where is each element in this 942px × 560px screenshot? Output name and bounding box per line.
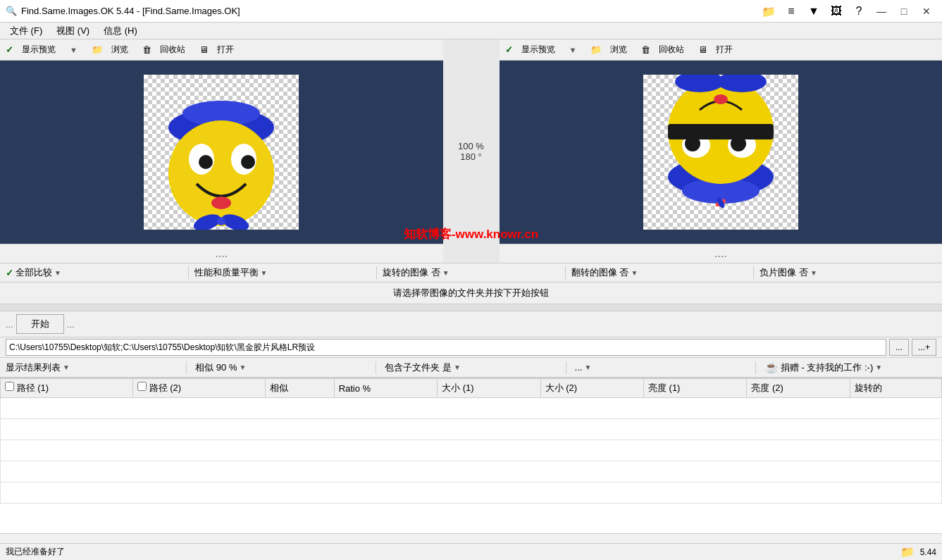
left-browse-btn[interactable]: 浏览 bbox=[109, 42, 131, 57]
negative-dropdown-arrow[interactable]: ▼ bbox=[810, 269, 817, 277]
similarity-arrow[interactable]: ▼ bbox=[239, 363, 246, 371]
th-brightness1: 亮度 (1) bbox=[643, 379, 746, 398]
horizontal-scrollbar[interactable] bbox=[0, 533, 942, 543]
rotate-dropdown-arrow[interactable]: ▼ bbox=[442, 269, 450, 277]
folder-browse-btn[interactable]: ... bbox=[889, 339, 909, 356]
flip-dropdown-arrow[interactable]: ▼ bbox=[631, 269, 638, 277]
toolbar-dropdown-icon[interactable]: ▼ bbox=[804, 3, 824, 20]
table-row bbox=[1, 440, 942, 461]
donation-label[interactable]: 捐赠 - 支持我的工作 :-) bbox=[781, 361, 873, 374]
table-row bbox=[1, 419, 942, 440]
th-path1-check[interactable] bbox=[5, 382, 14, 391]
left-emoji-svg bbox=[144, 75, 299, 230]
show-results-arrow[interactable]: ▼ bbox=[63, 363, 70, 371]
toolbar-help-icon[interactable]: ? bbox=[849, 3, 869, 20]
donation-option: ☕ 捐赠 - 支持我的工作 :-) ▼ bbox=[764, 361, 936, 374]
show-results-option: 显示结果列表 ▼ bbox=[6, 361, 178, 374]
left-path-dots: ... bbox=[6, 319, 13, 330]
instruction-text: 请选择带图像的文件夹并按下开始按钮 bbox=[393, 287, 549, 298]
sep1 bbox=[188, 266, 189, 279]
svg-point-9 bbox=[211, 197, 231, 209]
sep2 bbox=[376, 266, 377, 279]
app-icon: 🔍 bbox=[6, 6, 17, 17]
left-open-btn[interactable]: 打开 bbox=[214, 42, 237, 57]
instruction-bar: 请选择带图像的文件夹并按下开始按钮 bbox=[0, 282, 942, 304]
th-path2-check[interactable] bbox=[137, 382, 147, 391]
th-brightness2: 亮度 (2) bbox=[747, 379, 850, 398]
donation-arrow[interactable]: ▼ bbox=[875, 363, 882, 371]
right-browse-icon: 📁 bbox=[590, 44, 602, 55]
more-dots-option: ... ▼ bbox=[575, 362, 747, 373]
subfolders-arrow[interactable]: ▼ bbox=[454, 363, 461, 371]
toolbar-folder-icon[interactable]: 📁 bbox=[759, 3, 779, 20]
flip-label[interactable]: 翻转的图像 否 bbox=[571, 266, 629, 279]
svg-point-12 bbox=[217, 217, 225, 225]
main-content: ✓ 显示预览 ▼ 📁 浏览 🗑 回收站 🖥 打开 bbox=[0, 39, 942, 560]
right-preview-toolbar: ✓ 显示预览 ▼ 📁 浏览 🗑 回收站 🖥 打开 bbox=[500, 39, 943, 61]
similarity-label[interactable]: 相似 90 % bbox=[195, 361, 237, 374]
compare-dropdown-arrow[interactable]: ▼ bbox=[54, 269, 61, 277]
quality-dropdown-arrow[interactable]: ▼ bbox=[261, 269, 268, 277]
close-button[interactable]: ✕ bbox=[917, 3, 936, 20]
show-results-label[interactable]: 显示结果列表 bbox=[6, 361, 61, 374]
menu-info[interactable]: 信息 (H) bbox=[97, 23, 144, 39]
right-show-preview-label[interactable]: 显示预览 bbox=[519, 42, 558, 57]
rotate-label[interactable]: 旋转的图像 否 bbox=[383, 266, 440, 279]
right-browse-btn[interactable]: 浏览 bbox=[607, 42, 630, 57]
left-preview-toolbar: ✓ 显示预览 ▼ 📁 浏览 🗑 回收站 🖥 打开 bbox=[0, 39, 443, 61]
status-folder-icon: 📁 bbox=[900, 545, 915, 559]
left-show-preview-label[interactable]: 显示预览 bbox=[19, 42, 58, 57]
more-dots-label[interactable]: ... bbox=[575, 362, 583, 373]
start-button[interactable]: 开始 bbox=[16, 314, 64, 334]
th-path1: 路径 (1) bbox=[1, 379, 133, 398]
sep3 bbox=[565, 266, 566, 279]
left-show-preview-check: ✓ bbox=[6, 44, 13, 55]
svg-point-8 bbox=[241, 155, 255, 169]
subfolders-label[interactable]: 包含子文件夹 是 bbox=[385, 361, 452, 374]
left-dropdown-arrow[interactable]: ▼ bbox=[70, 46, 78, 54]
quality-label[interactable]: 性能和质量平衡 bbox=[194, 266, 259, 279]
minimize-button[interactable]: — bbox=[872, 3, 891, 20]
negative-label[interactable]: 负片图像 否 bbox=[760, 266, 808, 279]
right-preview-dots: .... bbox=[500, 244, 943, 263]
left-browse-icon: 📁 bbox=[92, 44, 103, 55]
sep4 bbox=[753, 266, 754, 279]
toolbar-menu-icon[interactable]: ≡ bbox=[781, 3, 801, 20]
right-recycle-btn[interactable]: 回收站 bbox=[656, 42, 687, 57]
left-recycle-btn[interactable]: 回收站 bbox=[157, 42, 188, 57]
more-dots-arrow[interactable]: ▼ bbox=[584, 363, 591, 371]
bottom-status-bar: 我已经准备好了 📁 5.44 bbox=[0, 543, 942, 560]
menu-view[interactable]: 视图 (V) bbox=[49, 23, 97, 39]
menu-file[interactable]: 文件 (F) bbox=[3, 23, 49, 39]
left-open-icon: 🖥 bbox=[199, 44, 209, 55]
left-recycle-icon: 🗑 bbox=[142, 44, 151, 55]
table-row bbox=[1, 398, 942, 419]
rotate-option: 旋转的图像 否 ▼ bbox=[383, 266, 559, 279]
svg-point-7 bbox=[199, 155, 213, 169]
results-table-container: 路径 (1) 路径 (2) 相似 Ratio % 大小 (1) 大小 (2) 亮… bbox=[0, 378, 942, 533]
compare-check-icon: ✓ bbox=[6, 268, 13, 278]
options-bar: ✓ 全部比较 ▼ 性能和质量平衡 ▼ 旋转的图像 否 ▼ 翻转的图像 否 ▼ 负… bbox=[0, 263, 942, 282]
subfolders-option: 包含子文件夹 是 ▼ bbox=[385, 361, 557, 374]
maximize-button[interactable]: □ bbox=[894, 3, 914, 20]
table-header-row: 路径 (1) 路径 (2) 相似 Ratio % 大小 (1) 大小 (2) 亮… bbox=[1, 379, 942, 398]
results-table-body bbox=[1, 398, 942, 504]
title-bar: 🔍 Find.Same.Images.OK 5.44 - [Find.Same.… bbox=[0, 0, 942, 23]
folder-path-input[interactable] bbox=[6, 339, 886, 356]
compare-all-label[interactable]: 全部比较 bbox=[16, 266, 52, 279]
th-size2: 大小 (2) bbox=[540, 379, 643, 398]
similarity-option: 相似 90 % ▼ bbox=[195, 361, 367, 374]
toolbar-image-icon[interactable]: 🖼 bbox=[826, 3, 846, 20]
right-open-btn[interactable]: 打开 bbox=[713, 42, 736, 57]
left-image bbox=[144, 75, 299, 230]
right-dropdown-arrow[interactable]: ▼ bbox=[569, 46, 577, 54]
rotation-label: 180 ° bbox=[460, 151, 482, 162]
right-recycle-icon: 🗑 bbox=[641, 44, 650, 55]
right-image-area bbox=[500, 61, 943, 244]
zoom-label: 100 % bbox=[458, 141, 484, 151]
rsep1 bbox=[186, 361, 187, 374]
left-preview-dots: .... bbox=[0, 244, 443, 263]
results-table: 路径 (1) 路径 (2) 相似 Ratio % 大小 (1) 大小 (2) 亮… bbox=[0, 378, 942, 504]
folder-add-btn[interactable]: ...+ bbox=[912, 339, 936, 356]
svg-rect-23 bbox=[668, 124, 774, 139]
